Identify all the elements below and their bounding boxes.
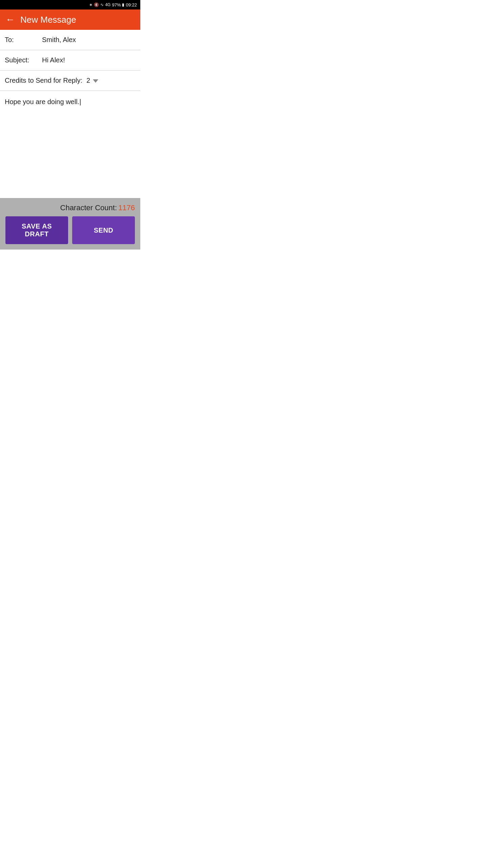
- credits-label: Credits to Send for Reply:: [5, 77, 82, 84]
- wifi-icon: ∿: [100, 2, 104, 7]
- subject-value[interactable]: Hi Alex!: [42, 56, 136, 64]
- chevron-down-icon: [93, 79, 98, 83]
- subject-field-row: Subject: Hi Alex!: [0, 50, 140, 71]
- time-text: 09:22: [126, 2, 137, 7]
- subject-label: Subject:: [5, 56, 42, 64]
- to-label: To:: [5, 36, 42, 44]
- char-count-value: 1176: [118, 203, 135, 212]
- to-value[interactable]: Smith, Alex: [42, 36, 136, 44]
- signal-icon: 4G: [105, 2, 110, 7]
- save-draft-button[interactable]: SAVE AS DRAFT: [5, 216, 68, 244]
- footer: Character Count: 1176 SAVE AS DRAFT SEND: [0, 198, 140, 250]
- credits-field-row: Credits to Send for Reply: 2: [0, 71, 140, 91]
- credits-value: 2: [86, 77, 90, 84]
- back-button[interactable]: ←: [5, 15, 15, 24]
- battery-text: 97%: [112, 2, 121, 7]
- message-form: To: Smith, Alex Subject: Hi Alex! Credit…: [0, 30, 140, 198]
- action-buttons: SAVE AS DRAFT SEND: [5, 216, 135, 247]
- message-body-text: Hope you are doing well.|: [5, 98, 81, 105]
- send-button[interactable]: SEND: [72, 216, 135, 244]
- char-count-label: Character Count:: [60, 203, 117, 212]
- message-body-area[interactable]: Hope you are doing well.|: [0, 91, 140, 193]
- mute-icon: 🔇: [94, 2, 99, 7]
- bluetooth-icon: ∗: [89, 2, 93, 7]
- char-count-row: Character Count: 1176: [5, 203, 135, 212]
- page-title: New Message: [20, 15, 76, 25]
- to-field-row: To: Smith, Alex: [0, 30, 140, 50]
- status-icons: ∗ 🔇 ∿ 4G 97% ▮ 09:22: [89, 2, 137, 7]
- status-bar: ∗ 🔇 ∿ 4G 97% ▮ 09:22: [0, 0, 140, 9]
- app-bar: ← New Message: [0, 9, 140, 30]
- credits-dropdown[interactable]: 2: [86, 77, 98, 84]
- battery-icon: ▮: [122, 2, 124, 7]
